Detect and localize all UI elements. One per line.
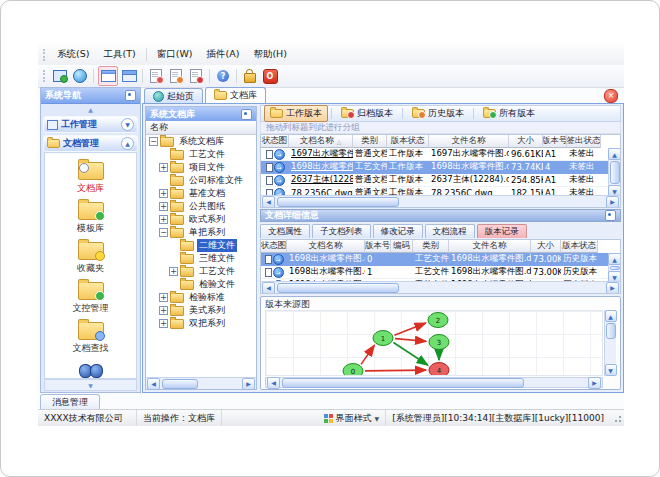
tree-horizontal-scrollbar[interactable]: ◀ ▶: [146, 377, 256, 389]
scroll-right-icon[interactable]: ▶: [588, 377, 601, 389]
horizontal-scrollbar[interactable]: ◀▶: [261, 195, 620, 207]
scroll-thumb[interactable]: [162, 379, 198, 389]
scroll-thumb[interactable]: [606, 323, 616, 339]
column-header-文档名称[interactable]: 文档名称△: [289, 135, 353, 148]
vertical-scrollbar[interactable]: ▲▼: [608, 253, 620, 283]
expand-icon[interactable]: +: [159, 163, 168, 172]
menu-item[interactable]: 工具(T): [96, 46, 142, 63]
table-row[interactable]: →2637主体(12284).dwg普通文档工作版本2637主体(12284).…: [261, 174, 620, 187]
tree-node-工艺文件[interactable]: +工艺文件: [146, 265, 256, 278]
version-button-归档版本[interactable]: 归档版本: [335, 105, 399, 122]
table-row[interactable]: →1698出水嘴零件图.dwg工艺文件工作版本1698出水嘴零件图.dwg73.…: [261, 161, 620, 174]
doc-delete-icon[interactable]: [187, 67, 205, 85]
scroll-thumb[interactable]: [277, 283, 399, 293]
globe-icon[interactable]: [71, 67, 89, 85]
column-header-状态图[interactable]: 状态图: [261, 135, 289, 148]
column-header-编码[interactable]: 编码: [391, 240, 413, 253]
chevron-down-icon[interactable]: ▼: [121, 118, 134, 131]
sidebar-bottom-chevron[interactable]: ▼: [44, 379, 137, 391]
graph-node-3[interactable]: 3: [429, 335, 449, 350]
graph-node-0[interactable]: 0: [343, 364, 363, 376]
tree-node-公共图纸[interactable]: +公共图纸: [146, 200, 256, 213]
expand-icon[interactable]: +: [159, 189, 168, 198]
expand-icon[interactable]: +: [159, 319, 168, 328]
expand-icon[interactable]: +: [159, 215, 168, 224]
window-folder-icon[interactable]: [98, 66, 118, 86]
exit-icon[interactable]: O: [261, 67, 279, 85]
expand-icon[interactable]: +: [159, 202, 168, 211]
tree-node-工艺文件[interactable]: +工艺文件: [146, 148, 256, 161]
sidebar-collapse-strip[interactable]: ▲: [41, 104, 140, 114]
graph-node-1[interactable]: 1: [373, 331, 393, 346]
sidebar-item-文控管理[interactable]: 文控管理: [73, 279, 109, 315]
tree-node-二维文件[interactable]: +二维文件: [146, 239, 256, 252]
column-header-文档名称[interactable]: 文档名称: [287, 240, 365, 253]
expand-icon[interactable]: +: [169, 267, 178, 276]
table-row[interactable]: →1698出水嘴零件图.dwg1工艺文件1698出水嘴零件图.dwg73.00K…: [261, 266, 620, 279]
column-header-状态图[interactable]: 状态图: [261, 240, 287, 253]
tree-node-项目文件[interactable]: +项目文件: [146, 161, 256, 174]
scroll-right-icon[interactable]: ▶: [606, 282, 619, 294]
tree-node-公司标准文件[interactable]: +公司标准文件: [146, 174, 256, 187]
scroll-left-icon[interactable]: ◀: [262, 282, 275, 294]
tree-node-三维文件[interactable]: +三维文件: [146, 252, 256, 265]
sidebar-item-文档查找[interactable]: 文档查找: [73, 319, 109, 355]
collapse-icon[interactable]: −: [159, 228, 168, 237]
tree-column-header[interactable]: 名称: [146, 121, 256, 135]
window-grid-icon[interactable]: [120, 67, 138, 85]
tree-node-欧式系列[interactable]: +欧式系列: [146, 213, 256, 226]
scroll-up-icon[interactable]: ▲: [608, 148, 621, 160]
sidebar-panel-work[interactable]: 工作管理 ▼: [43, 116, 138, 133]
pushpin-icon[interactable]: [125, 90, 136, 101]
detail-tab-子文档列表[interactable]: 子文档列表: [312, 224, 371, 238]
vertical-scrollbar[interactable]: ▲▼: [608, 148, 620, 197]
tab-文档库[interactable]: 文档库: [205, 87, 266, 103]
scroll-left-icon[interactable]: ◀: [262, 196, 275, 208]
tree-node-系统文档库[interactable]: −系统文档库: [146, 135, 256, 148]
version-button-工作版本[interactable]: 工作版本: [264, 105, 328, 122]
detail-tab-文档流程[interactable]: 文档流程: [425, 224, 475, 238]
menu-item[interactable]: 窗口(W): [150, 46, 200, 63]
sidebar-item-收藏夹[interactable]: 收藏夹: [77, 239, 104, 275]
column-header-大小[interactable]: 大小: [509, 135, 543, 148]
ui-style-dropdown[interactable]: 界面样式 ▼: [318, 410, 387, 426]
tree-node-基准文档[interactable]: +基准文档: [146, 187, 256, 200]
scroll-left-icon[interactable]: ◀: [267, 377, 280, 389]
tree-node-双把系列[interactable]: +双把系列: [146, 317, 256, 330]
scroll-up-icon[interactable]: ▲: [605, 310, 617, 322]
column-header-版本状态[interactable]: 版本状态: [561, 240, 598, 253]
graph-vertical-scrollbar[interactable]: ▲ ▼: [604, 310, 616, 376]
tab-起始页[interactable]: 起始页: [144, 88, 203, 103]
resize-grip[interactable]: [612, 413, 622, 423]
scroll-down-icon[interactable]: ▼: [605, 364, 617, 376]
detail-tab-版本记录[interactable]: 版本记录: [477, 224, 527, 238]
sidebar-item-文件夹查找[interactable]: 文件夹查找: [68, 359, 113, 379]
close-tab-button[interactable]: ×: [604, 89, 618, 103]
collapse-icon[interactable]: −: [149, 137, 158, 146]
scroll-thumb[interactable]: [610, 161, 620, 184]
column-header-类别[interactable]: 类别: [413, 240, 449, 253]
column-header-版本号[interactable]: 版本号: [543, 135, 567, 148]
doc-export-icon[interactable]: [147, 67, 165, 85]
message-management-tab[interactable]: 消息管理: [40, 394, 100, 409]
detail-tab-修改记录[interactable]: 修改记录: [373, 224, 423, 238]
graph-horizontal-scrollbar[interactable]: ◀ ▶: [265, 377, 603, 388]
scroll-up-icon[interactable]: ▲: [608, 253, 621, 265]
scroll-right-icon[interactable]: ▶: [242, 378, 255, 390]
version-button-所有版本[interactable]: 所有版本: [477, 105, 541, 122]
detail-tab-文档属性[interactable]: 文档属性: [260, 224, 310, 238]
scroll-thumb[interactable]: [277, 197, 399, 207]
column-header-文件名称[interactable]: 文件名称: [429, 135, 509, 148]
scroll-thumb[interactable]: [610, 266, 620, 270]
monitor-icon[interactable]: [51, 67, 69, 85]
menu-item[interactable]: 系统(S): [50, 46, 96, 63]
table-row[interactable]: →1698出水嘴零件图.dwg0工艺文件1698出水嘴零件图.dwg73.00K…: [261, 253, 620, 266]
column-header-文件名称[interactable]: 文件名称: [449, 240, 531, 253]
scroll-right-icon[interactable]: ▶: [606, 196, 619, 208]
graph-node-2[interactable]: 2: [428, 313, 448, 328]
tree-node-单把系列[interactable]: −单把系列: [146, 226, 256, 239]
doc-import-icon[interactable]: [167, 67, 185, 85]
chevron-up-icon[interactable]: ▲: [121, 137, 134, 150]
scroll-thumb[interactable]: [282, 378, 524, 388]
column-header-版本状态[interactable]: 版本状态: [387, 135, 429, 148]
